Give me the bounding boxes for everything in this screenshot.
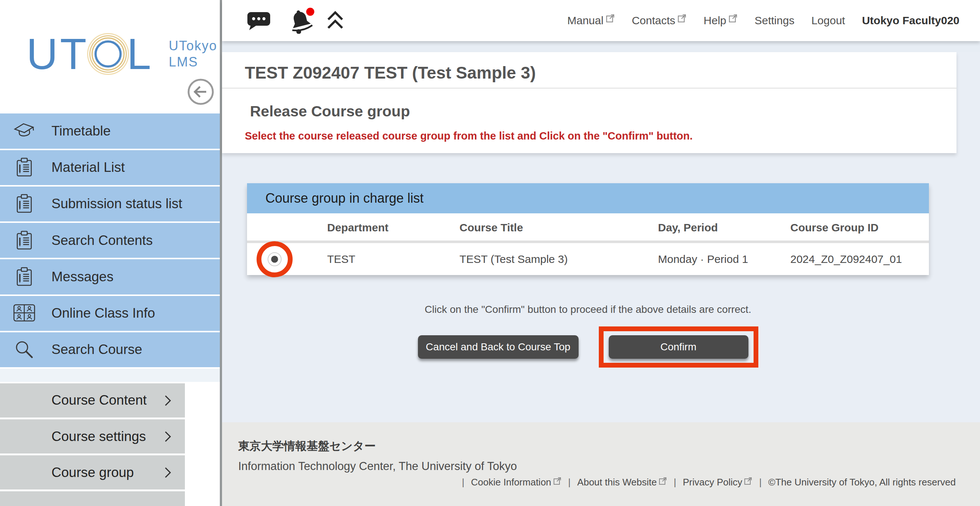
logo-letter-l: L (127, 32, 153, 76)
sidebar-item-label: Submission status list (51, 196, 182, 211)
column-header-course-group-id: Course Group ID (765, 213, 929, 242)
main-area: Manual Contacts Help Settings (222, 0, 980, 506)
table-title-bar: Course group in charge list (247, 183, 929, 213)
help-link[interactable]: Help (703, 14, 738, 27)
logout-link[interactable]: Logout (811, 14, 845, 27)
topbar-icons (246, 7, 344, 34)
cell-course-title: TEST (Test Sample 3) (434, 242, 633, 275)
sidebar: UTL UTokyo LMS Timetable (0, 0, 222, 506)
sidebar-group-label: Course settings (51, 429, 146, 444)
double-chevron-up-icon[interactable] (326, 10, 344, 31)
chevron-right-icon (164, 395, 172, 406)
sidebar-item-label: Material List (51, 160, 125, 175)
sidebar-item-submission-status-list[interactable]: Submission status list (0, 187, 220, 221)
chevron-right-icon (164, 431, 172, 443)
radio-cell (247, 242, 302, 275)
copyright-text: ©The University of Tokyo, All rights res… (768, 477, 956, 488)
sidebar-group-course-settings[interactable]: Course settings (0, 419, 185, 454)
about-this-website-link[interactable]: About this Website (577, 477, 667, 488)
external-link-icon (677, 14, 687, 23)
topbar: Manual Contacts Help Settings (222, 0, 980, 41)
course-group-table-card: Course group in charge list Department C… (247, 183, 929, 274)
sidebar-spacer-band (0, 369, 220, 382)
section-title: Release Course group (222, 102, 956, 121)
sidebar-item-timetable[interactable]: Timetable (0, 113, 220, 148)
graduation-cap-icon (13, 120, 35, 142)
topbar-gap-band (222, 41, 980, 52)
magnifier-icon (13, 339, 35, 361)
clipboard-icon (13, 266, 35, 288)
sidebar-item-material-list[interactable]: Material List (0, 150, 220, 185)
external-link-icon (728, 14, 738, 23)
sidebar-item-search-course[interactable]: Search Course (0, 332, 220, 367)
utol-logo: UTL UTokyo LMS (27, 32, 217, 76)
confirm-button[interactable]: Confirm (609, 335, 748, 359)
annotation-box: Confirm (599, 327, 758, 368)
logo-letters-ut: UT (27, 32, 89, 76)
sidebar-group-label: Course group (51, 465, 134, 480)
cancel-button[interactable]: Cancel and Back to Course Top (418, 335, 579, 359)
external-link-icon (553, 477, 562, 485)
instruction-text: Select the course released course group … (222, 130, 956, 142)
clipboard-icon (13, 156, 35, 178)
cookie-information-link[interactable]: Cookie Information (471, 477, 561, 488)
cell-department: TEST (302, 242, 434, 275)
topbar-links: Manual Contacts Help Settings (567, 14, 959, 27)
sidebar-item-online-class-info[interactable]: Online Class Info (0, 296, 220, 331)
sidebar-item-label: Timetable (51, 124, 111, 139)
sidebar-group-course-content[interactable]: Course Content (0, 383, 185, 417)
sidebar-item-label: Messages (51, 269, 114, 285)
column-header-department: Department (302, 213, 434, 242)
privacy-policy-link[interactable]: Privacy Policy (682, 477, 752, 488)
table-row: TEST TEST (Test Sample 3) Monday · Perio… (247, 242, 929, 275)
chat-icon[interactable] (246, 10, 271, 32)
confirm-note: Click on the "Confirm" button to proceed… (247, 304, 929, 316)
back-arrow-circle-icon (187, 78, 215, 106)
settings-link[interactable]: Settings (755, 14, 794, 27)
sidebar-group-course-group[interactable]: Course group (0, 455, 185, 490)
content-area: Course group in charge list Department C… (222, 153, 980, 422)
cell-day-period: Monday · Period 1 (633, 242, 765, 275)
radio-column-header (247, 213, 302, 242)
column-header-course-title: Course Title (434, 213, 633, 242)
sidebar-group-partial (0, 491, 185, 506)
chevron-right-icon (164, 467, 172, 479)
logo-area: UTL UTokyo LMS (0, 0, 220, 113)
footer-org-en: Information Technology Center, The Unive… (238, 460, 956, 473)
footer-org-jp: 東京大学情報基盤センター (238, 438, 956, 454)
cell-course-group-id: 2024_Z0_Z092407_01 (765, 242, 929, 275)
user-name: Utokyo Faculty020 (862, 14, 959, 27)
sidebar-item-search-contents[interactable]: Search Contents (0, 223, 220, 258)
clipboard-icon (13, 193, 35, 215)
sidebar-item-label: Search Contents (51, 233, 153, 248)
column-header-day-period: Day, Period (633, 213, 765, 242)
notification-dot (306, 8, 314, 16)
course-group-table: Department Course Title Day, Period Cour… (247, 213, 929, 274)
clipboard-icon (13, 230, 35, 252)
course-header-card: TEST Z092407 TEST (Test Sample 3) Releas… (222, 52, 956, 153)
external-link-icon (744, 477, 752, 485)
course-group-radio[interactable] (267, 252, 282, 266)
contacts-link[interactable]: Contacts (632, 14, 687, 27)
footer: 東京大学情報基盤センター Information Technology Cent… (222, 422, 980, 506)
external-link-icon (659, 477, 667, 485)
manual-link[interactable]: Manual (567, 14, 615, 27)
footer-links: | Cookie Information | About this Websit… (238, 477, 956, 488)
sidebar-item-label: Search Course (51, 342, 142, 357)
table-header-row: Department Course Title Day, Period Cour… (247, 213, 929, 242)
sidebar-group-label: Course Content (51, 393, 147, 408)
logo-wordmark: UTokyo LMS (169, 38, 217, 70)
external-link-icon (605, 14, 615, 23)
page-title: TEST Z092407 TEST (Test Sample 3) (222, 52, 956, 89)
button-row: Cancel and Back to Course Top Confirm (247, 327, 929, 368)
logo-ring-o-icon (94, 40, 122, 68)
sidebar-item-label: Online Class Info (51, 306, 155, 321)
sidebar-collapse-button[interactable] (187, 78, 215, 106)
sidebar-item-messages[interactable]: Messages (0, 259, 220, 294)
bell-icon[interactable] (288, 7, 315, 34)
video-grid-icon (13, 302, 35, 324)
